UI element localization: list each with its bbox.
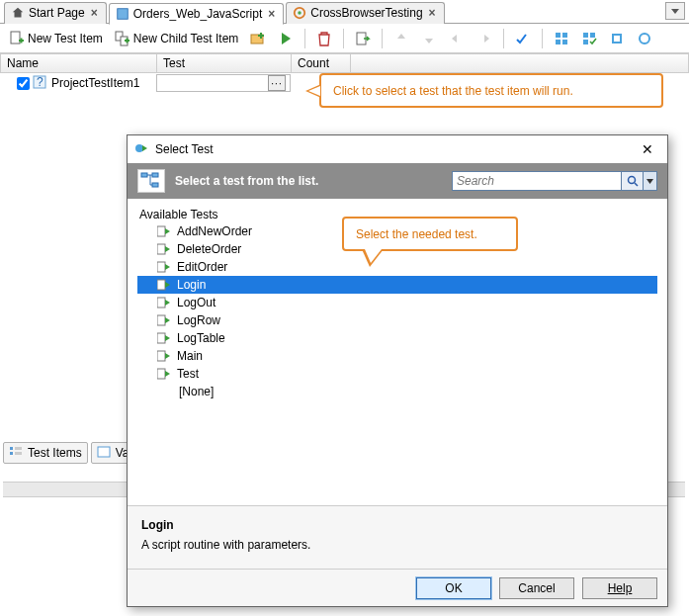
document-tabs: Start Page × Orders_Web_JavaScript × Cro…	[0, 0, 689, 24]
row-name-label: ProjectTestItem1	[51, 76, 139, 90]
dialog-button-bar: OK Cancel Help	[128, 569, 667, 606]
doc-arrow-icon	[355, 31, 371, 46]
close-icon[interactable]: ×	[266, 7, 277, 21]
move-up-button[interactable]	[388, 28, 414, 49]
play-icon	[278, 31, 294, 46]
svg-rect-9	[562, 33, 567, 38]
ok-button[interactable]: OK	[416, 577, 491, 599]
svg-rect-21	[15, 447, 22, 450]
col-test[interactable]: Test	[157, 54, 292, 72]
tab-label: Start Page	[29, 6, 85, 20]
bottom-tabs: Test Items Va	[3, 442, 134, 464]
tree-item-login[interactable]: Login	[137, 276, 657, 294]
trash-icon	[316, 31, 332, 46]
callout-needed-test: Select the needed test.	[342, 217, 518, 251]
new-test-item-button[interactable]: New Test Item	[4, 28, 108, 49]
cbt-icon	[293, 6, 306, 20]
svg-point-16	[640, 34, 649, 44]
tree-item-editorder[interactable]: EditOrder	[137, 258, 657, 276]
svg-rect-26	[152, 173, 158, 177]
move-down-button[interactable]	[416, 28, 442, 49]
outdent-button[interactable]	[444, 28, 470, 49]
button-label: New Test Item	[28, 32, 103, 45]
button-label: New Child Test Item	[133, 32, 238, 45]
dialog-close-button[interactable]: ✕	[634, 139, 661, 159]
script-run-icon	[157, 297, 171, 308]
indent-button[interactable]	[472, 28, 497, 49]
callout-text: Click to select a test that the test ite…	[333, 84, 573, 98]
svg-rect-25	[141, 173, 147, 177]
svg-rect-23	[98, 447, 110, 457]
svg-rect-0	[117, 8, 128, 19]
row-checkbox[interactable]	[17, 77, 30, 90]
doc-plus-icon	[9, 31, 25, 46]
cell-name: ? ProjectTestItem1	[0, 75, 156, 91]
svg-rect-13	[590, 33, 595, 38]
grid-view-2-button[interactable]	[576, 28, 602, 49]
arrow-up-icon	[393, 31, 409, 46]
script-run-icon	[157, 314, 171, 326]
arrow-down-icon	[421, 31, 437, 46]
grid-icon	[554, 31, 569, 46]
grid-view-1-button[interactable]	[549, 28, 574, 49]
detail-desc: A script routine with parameters.	[141, 538, 653, 552]
script-run-icon	[157, 279, 171, 291]
run-button[interactable]	[273, 28, 299, 49]
dialog-titlebar[interactable]: Select Test ✕	[128, 135, 667, 163]
grid-view-4-button[interactable]	[632, 28, 657, 49]
clone-button[interactable]	[350, 28, 376, 49]
folder-plus-icon	[250, 31, 266, 46]
tree-item-test[interactable]: Test	[137, 365, 657, 383]
new-child-test-item-button[interactable]: New Child Test Item	[110, 28, 243, 49]
search-dropdown-button[interactable]	[644, 171, 657, 191]
tabs-overflow-button[interactable]	[665, 2, 685, 20]
ellipsis-button[interactable]: ···	[268, 75, 286, 91]
tab-label: Orders_Web_JavaScript	[133, 7, 263, 21]
close-icon[interactable]: ×	[427, 6, 438, 20]
svg-rect-19	[10, 447, 13, 450]
add-subitem-button[interactable]	[245, 28, 271, 49]
separator	[343, 29, 344, 48]
check-all-icon	[515, 31, 531, 46]
toolbar: New Test Item New Child Test Item	[0, 24, 689, 53]
bottom-tab-test-items[interactable]: Test Items	[3, 442, 88, 464]
search-input[interactable]	[452, 171, 622, 191]
tab-start-page[interactable]: Start Page ×	[4, 2, 107, 24]
col-count[interactable]: Count	[292, 54, 351, 72]
tab-orders-web-js[interactable]: Orders_Web_JavaScript ×	[109, 3, 285, 25]
help-button[interactable]: Help	[582, 577, 657, 599]
tree-item-main[interactable]: Main	[137, 347, 657, 365]
col-name[interactable]: Name	[1, 54, 157, 72]
svg-rect-20	[10, 452, 13, 455]
tree-item-label: EditOrder	[175, 259, 229, 275]
svg-rect-14	[583, 40, 588, 44]
svg-point-28	[628, 177, 635, 184]
svg-rect-22	[15, 452, 22, 455]
dialog-detail-panel: Login A script routine with parameters.	[128, 505, 667, 569]
script-icon	[116, 7, 129, 21]
arrow-right-icon	[476, 31, 492, 46]
cancel-button[interactable]: Cancel	[499, 577, 574, 599]
callout-tail	[305, 84, 321, 98]
close-icon[interactable]: ×	[89, 6, 100, 20]
separator	[542, 29, 543, 48]
search-button[interactable]	[622, 171, 644, 191]
dialog-banner: Select a test from the list.	[128, 163, 667, 199]
tree-item-logtable[interactable]: LogTable	[137, 329, 657, 347]
banner-text: Select a test from the list.	[175, 174, 318, 188]
delete-button[interactable]	[311, 28, 337, 49]
tree-item-none[interactable]: [None]	[137, 383, 657, 400]
separator	[304, 29, 305, 48]
doc-child-plus-icon	[115, 31, 130, 46]
tree-item-logrow[interactable]: LogRow	[137, 311, 657, 329]
svg-rect-30	[157, 244, 165, 254]
svg-rect-15	[613, 35, 621, 43]
cell-test[interactable]: ···	[156, 74, 291, 92]
svg-rect-29	[157, 226, 165, 236]
svg-rect-36	[157, 351, 165, 361]
svg-text:?: ?	[37, 75, 43, 89]
tree-item-logout[interactable]: LogOut	[137, 294, 657, 311]
check-all-button[interactable]	[510, 28, 536, 49]
grid-view-3-button[interactable]	[604, 28, 630, 49]
tab-crossbrowsertesting[interactable]: CrossBrowserTesting ×	[286, 2, 444, 24]
